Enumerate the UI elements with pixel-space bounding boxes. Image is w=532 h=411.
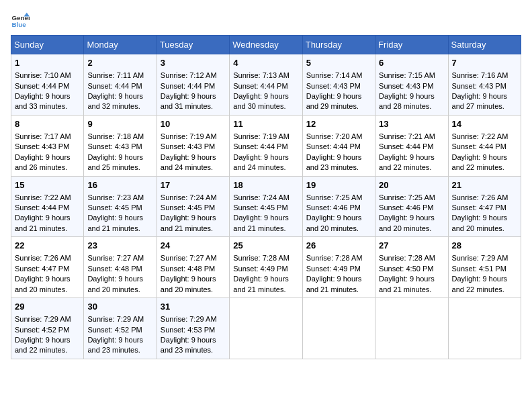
header-day-wednesday: Wednesday <box>230 36 302 54</box>
sunset-label: Sunset: 4:51 PM <box>452 265 506 273</box>
day-number: 20 <box>379 179 444 191</box>
sunset-label: Sunset: 4:52 PM <box>15 326 69 334</box>
calendar-cell: 10 Sunrise: 7:19 AM Sunset: 4:43 PM Dayl… <box>157 115 229 176</box>
sunrise-label: Sunrise: 7:17 AM <box>15 132 71 140</box>
calendar-cell: 5 Sunrise: 7:14 AM Sunset: 4:43 PM Dayli… <box>302 54 375 116</box>
header-day-friday: Friday <box>375 36 448 54</box>
sunrise-label: Sunrise: 7:29 AM <box>452 254 508 262</box>
sunrise-label: Sunrise: 7:25 AM <box>306 193 363 201</box>
sunset-label: Sunset: 4:49 PM <box>233 265 287 273</box>
sunrise-label: Sunrise: 7:23 AM <box>87 193 144 201</box>
calendar-cell: 22 Sunrise: 7:26 AM Sunset: 4:47 PM Dayl… <box>11 237 84 298</box>
sunset-label: Sunset: 4:43 PM <box>15 142 69 150</box>
daylight-label: Daylight: 9 hours and 30 minutes. <box>233 92 289 110</box>
calendar-cell: 4 Sunrise: 7:13 AM Sunset: 4:44 PM Dayli… <box>230 54 302 116</box>
day-number: 12 <box>306 118 371 130</box>
calendar-cell: 20 Sunrise: 7:25 AM Sunset: 4:46 PM Dayl… <box>375 176 448 237</box>
day-number: 10 <box>161 118 226 130</box>
calendar-cell: 11 Sunrise: 7:19 AM Sunset: 4:44 PM Dayl… <box>230 115 302 176</box>
daylight-label: Daylight: 9 hours and 25 minutes. <box>87 153 143 171</box>
calendar-cell: 16 Sunrise: 7:23 AM Sunset: 4:45 PM Dayl… <box>84 176 157 237</box>
daylight-label: Daylight: 9 hours and 29 minutes. <box>306 92 362 110</box>
calendar-cell: 31 Sunrise: 7:29 AM Sunset: 4:53 PM Dayl… <box>157 298 229 359</box>
daylight-label: Daylight: 9 hours and 20 minutes. <box>161 275 216 293</box>
sunset-label: Sunset: 4:47 PM <box>452 203 506 212</box>
sunset-label: Sunset: 4:50 PM <box>379 265 433 273</box>
sunrise-label: Sunrise: 7:21 AM <box>379 132 435 140</box>
daylight-label: Daylight: 9 hours and 21 minutes. <box>306 275 362 293</box>
calendar-cell <box>375 298 448 359</box>
sunset-label: Sunset: 4:48 PM <box>87 265 142 273</box>
day-number: 1 <box>15 57 80 69</box>
sunset-label: Sunset: 4:44 PM <box>452 142 506 150</box>
sunset-label: Sunset: 4:44 PM <box>233 82 287 90</box>
day-number: 23 <box>87 240 152 252</box>
day-number: 26 <box>306 240 371 252</box>
calendar-cell: 28 Sunrise: 7:29 AM Sunset: 4:51 PM Dayl… <box>448 237 521 298</box>
header-day-thursday: Thursday <box>302 36 375 54</box>
sunset-label: Sunset: 4:44 PM <box>233 142 287 150</box>
sunset-label: Sunset: 4:43 PM <box>379 82 433 90</box>
sunset-label: Sunset: 4:43 PM <box>452 82 506 90</box>
day-number: 18 <box>233 179 298 191</box>
sunrise-label: Sunrise: 7:26 AM <box>452 193 508 201</box>
sunset-label: Sunset: 4:46 PM <box>306 203 361 212</box>
day-number: 27 <box>379 240 444 252</box>
calendar-cell: 3 Sunrise: 7:12 AM Sunset: 4:44 PM Dayli… <box>157 54 229 116</box>
calendar-cell: 7 Sunrise: 7:16 AM Sunset: 4:43 PM Dayli… <box>448 54 521 116</box>
daylight-label: Daylight: 9 hours and 23 minutes. <box>161 336 216 354</box>
day-number: 4 <box>233 57 298 69</box>
sunrise-label: Sunrise: 7:22 AM <box>15 193 71 201</box>
sunrise-label: Sunrise: 7:27 AM <box>87 254 144 262</box>
calendar-cell: 23 Sunrise: 7:27 AM Sunset: 4:48 PM Dayl… <box>84 237 157 298</box>
sunset-label: Sunset: 4:52 PM <box>87 326 142 334</box>
sunrise-label: Sunrise: 7:24 AM <box>233 193 290 201</box>
calendar-cell: 25 Sunrise: 7:28 AM Sunset: 4:49 PM Dayl… <box>230 237 302 298</box>
daylight-label: Daylight: 9 hours and 20 minutes. <box>452 214 508 232</box>
calendar-week-row: 29 Sunrise: 7:29 AM Sunset: 4:52 PM Dayl… <box>11 298 521 359</box>
sunset-label: Sunset: 4:48 PM <box>161 265 215 273</box>
daylight-label: Daylight: 9 hours and 26 minutes. <box>15 153 71 171</box>
daylight-label: Daylight: 9 hours and 21 minutes. <box>379 275 435 293</box>
calendar-table: SundayMondayTuesdayWednesdayThursdayFrid… <box>11 35 521 359</box>
day-number: 31 <box>161 301 226 313</box>
day-number: 6 <box>379 57 444 69</box>
sunrise-label: Sunrise: 7:20 AM <box>306 132 363 140</box>
daylight-label: Daylight: 9 hours and 22 minutes. <box>452 153 508 171</box>
svg-text:Blue: Blue <box>11 21 26 28</box>
day-number: 28 <box>452 240 517 252</box>
sunset-label: Sunset: 4:44 PM <box>306 142 361 150</box>
calendar-cell: 15 Sunrise: 7:22 AM Sunset: 4:44 PM Dayl… <box>11 176 84 237</box>
daylight-label: Daylight: 9 hours and 21 minutes. <box>15 214 71 232</box>
sunset-label: Sunset: 4:53 PM <box>161 326 215 334</box>
sunset-label: Sunset: 4:45 PM <box>87 203 142 212</box>
day-number: 25 <box>233 240 298 252</box>
sunset-label: Sunset: 4:45 PM <box>161 203 215 212</box>
calendar-cell <box>230 298 302 359</box>
sunrise-label: Sunrise: 7:19 AM <box>233 132 290 140</box>
day-number: 2 <box>87 57 152 69</box>
calendar-week-row: 15 Sunrise: 7:22 AM Sunset: 4:44 PM Dayl… <box>11 176 521 237</box>
calendar-cell: 6 Sunrise: 7:15 AM Sunset: 4:43 PM Dayli… <box>375 54 448 116</box>
daylight-label: Daylight: 9 hours and 22 minutes. <box>452 275 508 293</box>
sunset-label: Sunset: 4:44 PM <box>161 82 215 90</box>
day-number: 19 <box>306 179 371 191</box>
header-day-monday: Monday <box>84 36 157 54</box>
calendar-cell: 14 Sunrise: 7:22 AM Sunset: 4:44 PM Dayl… <box>448 115 521 176</box>
daylight-label: Daylight: 9 hours and 23 minutes. <box>306 153 362 171</box>
calendar-cell: 2 Sunrise: 7:11 AM Sunset: 4:44 PM Dayli… <box>84 54 157 116</box>
calendar-cell: 17 Sunrise: 7:24 AM Sunset: 4:45 PM Dayl… <box>157 176 229 237</box>
sunrise-label: Sunrise: 7:28 AM <box>379 254 435 262</box>
sunrise-label: Sunrise: 7:24 AM <box>161 193 217 201</box>
sunset-label: Sunset: 4:43 PM <box>306 82 361 90</box>
sunset-label: Sunset: 4:44 PM <box>87 82 142 90</box>
header-day-sunday: Sunday <box>11 36 84 54</box>
daylight-label: Daylight: 9 hours and 27 minutes. <box>452 92 508 110</box>
sunrise-label: Sunrise: 7:14 AM <box>306 71 363 79</box>
calendar-cell: 9 Sunrise: 7:18 AM Sunset: 4:43 PM Dayli… <box>84 115 157 176</box>
daylight-label: Daylight: 9 hours and 20 minutes. <box>15 275 71 293</box>
sunrise-label: Sunrise: 7:25 AM <box>379 193 435 201</box>
day-number: 29 <box>15 301 80 313</box>
daylight-label: Daylight: 9 hours and 31 minutes. <box>161 92 216 110</box>
calendar-cell: 26 Sunrise: 7:28 AM Sunset: 4:49 PM Dayl… <box>302 237 375 298</box>
